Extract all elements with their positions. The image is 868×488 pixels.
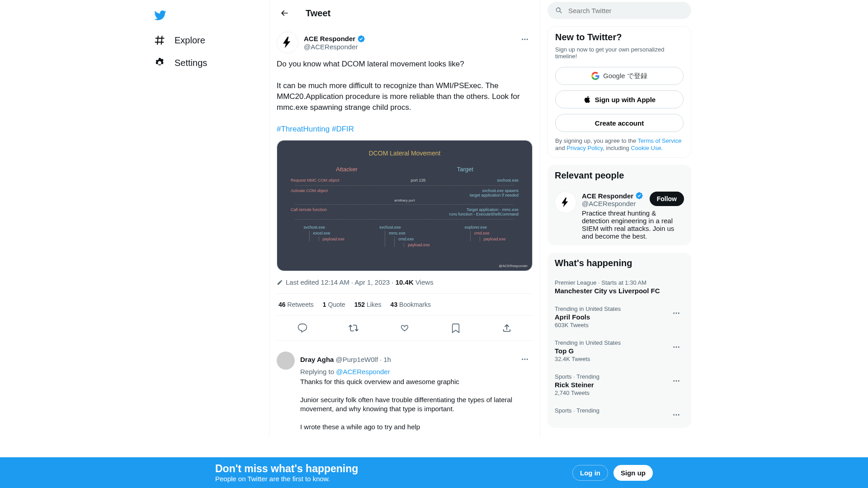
signup-sub: Sign up now to get your own personalized… xyxy=(555,46,684,60)
sidebar-left: Explore Settings xyxy=(145,0,269,437)
svg-point-9 xyxy=(673,347,675,348)
more-icon xyxy=(672,377,680,385)
replying-to-link[interactable]: @ACEResponder xyxy=(336,368,390,375)
more-icon xyxy=(672,343,680,351)
reply-icon xyxy=(297,323,307,333)
nav-settings-label: Settings xyxy=(175,58,207,68)
svg-point-12 xyxy=(673,380,675,382)
svg-point-6 xyxy=(673,313,675,314)
replying-to: Replying to @ACEResponder xyxy=(300,368,533,375)
trend-item[interactable]: Premier League · Starts at 1:30 AM Manch… xyxy=(547,274,691,300)
author-name: ACE Responder xyxy=(304,35,355,42)
bookmarks-stat[interactable]: 43 Bookmarks xyxy=(391,301,431,308)
google-icon xyxy=(591,72,599,80)
cookie-link[interactable]: Cookie Use. xyxy=(631,145,663,151)
retweet-button[interactable] xyxy=(345,319,362,337)
retweets-stat[interactable]: 46 Retweets xyxy=(278,301,314,308)
hashtag-link[interactable]: #ThreatHunting xyxy=(277,125,330,133)
reply-time: 1h xyxy=(383,356,391,363)
back-button[interactable] xyxy=(277,5,292,21)
svg-point-7 xyxy=(676,313,677,314)
search-input[interactable] xyxy=(568,7,684,14)
main-column: Tweet ACE Responder @ACEResponder xyxy=(269,0,540,437)
signup-card: New to Twitter? Sign up now to get your … xyxy=(547,26,691,158)
relevant-people-card: Relevant people ACE Responder @ACERespon… xyxy=(547,165,691,245)
google-signup-button[interactable]: Google で登録 xyxy=(555,67,684,85)
search-box[interactable] xyxy=(547,2,691,19)
more-icon xyxy=(672,411,680,419)
svg-point-15 xyxy=(673,414,675,416)
sidebar-right: New to Twitter? Sign up now to get your … xyxy=(540,0,698,437)
svg-point-14 xyxy=(678,380,679,382)
svg-point-4 xyxy=(524,359,526,360)
nav-explore[interactable]: Explore xyxy=(148,29,265,52)
bookmark-icon xyxy=(451,323,461,333)
main-tweet: ACE Responder @ACEResponder Do you know … xyxy=(269,26,540,346)
svg-point-16 xyxy=(676,414,677,416)
whats-happening-card: What's happening Premier League · Starts… xyxy=(547,253,691,428)
trend-more-button[interactable] xyxy=(669,407,684,422)
terms-link[interactable]: Terms of Service xyxy=(638,137,682,144)
trend-item[interactable]: Trending in United States April Fools 60… xyxy=(547,300,691,334)
tweet-metadata: Last edited 12:14 AM · Apr 1, 2023 · 10.… xyxy=(277,278,533,286)
hashtag-icon xyxy=(154,34,165,46)
more-icon xyxy=(672,309,680,317)
tweet-author[interactable]: ACE Responder @ACEResponder xyxy=(277,32,365,53)
reply-button[interactable] xyxy=(294,319,311,337)
more-icon xyxy=(521,355,529,363)
reply-tweet[interactable]: Dray Agha @Purp1eW0lf · 1h Replying to @… xyxy=(269,346,540,437)
page-title: Tweet xyxy=(306,8,330,19)
apple-signup-button[interactable]: Sign up with Apple xyxy=(555,90,684,108)
trend-more-button[interactable] xyxy=(669,373,684,389)
tweet-stats: 46 Retweets 1 Quote 152 Likes 43 Bookmar… xyxy=(277,293,533,316)
reply-more-button[interactable] xyxy=(517,352,533,367)
tweet-actions xyxy=(277,316,533,341)
search-icon xyxy=(555,6,563,14)
relevant-desc: Practice threat hunting & detection engi… xyxy=(582,209,684,240)
reply-avatar xyxy=(277,352,295,370)
verified-icon xyxy=(357,35,365,43)
author-handle: @ACEResponder xyxy=(304,43,365,51)
likes-stat[interactable]: 152 Likes xyxy=(354,301,382,308)
share-button[interactable] xyxy=(498,319,515,337)
svg-point-11 xyxy=(678,347,679,348)
tweet-more-button[interactable] xyxy=(517,32,533,47)
verified-icon xyxy=(635,192,643,200)
reply-author-handle: @Purp1eW0lf xyxy=(335,356,378,363)
more-icon xyxy=(521,35,529,43)
create-account-button[interactable]: Create account xyxy=(555,114,684,132)
trend-item[interactable]: Trending in United States Top G 32.4K Tw… xyxy=(547,334,691,368)
author-avatar xyxy=(277,32,298,53)
apple-icon xyxy=(583,95,591,103)
nav-settings[interactable]: Settings xyxy=(148,52,265,74)
trend-item[interactable]: Sports · Trending Rick Steiner 2,740 Twe… xyxy=(547,368,691,402)
trend-more-button[interactable] xyxy=(669,305,684,321)
bookmark-button[interactable] xyxy=(447,319,464,337)
svg-point-5 xyxy=(527,359,528,360)
tweet-image[interactable]: DCOM Lateral Movement Attacker Target Re… xyxy=(277,140,533,271)
arrow-left-icon xyxy=(280,9,289,18)
privacy-link[interactable]: Privacy Policy xyxy=(566,145,603,151)
svg-point-8 xyxy=(678,313,679,314)
relevant-title: Relevant people xyxy=(547,165,691,183)
image-title: DCOM Lateral Movement xyxy=(286,150,523,157)
happening-title: What's happening xyxy=(547,253,691,270)
tweet-text: Do you know what DCOM lateral movement l… xyxy=(277,59,533,135)
trend-more-button[interactable] xyxy=(669,339,684,355)
svg-point-0 xyxy=(522,39,523,40)
follow-button[interactable]: Follow xyxy=(650,192,684,206)
like-button[interactable] xyxy=(396,319,413,337)
trend-item[interactable]: Sports · Trending xyxy=(547,402,691,428)
twitter-logo[interactable] xyxy=(148,4,172,29)
page-header: Tweet xyxy=(269,0,540,26)
svg-point-10 xyxy=(676,347,677,348)
signup-title: New to Twitter? xyxy=(555,32,684,42)
svg-point-13 xyxy=(676,380,677,382)
quotes-stat[interactable]: 1 Quote xyxy=(323,301,345,308)
retweet-icon xyxy=(349,323,359,333)
svg-point-2 xyxy=(527,39,528,40)
relevant-person[interactable]: ACE Responder @ACEResponder Follow Pract… xyxy=(547,186,691,245)
reply-text: Thanks for this quick overview and aweso… xyxy=(300,377,533,432)
nav-explore-label: Explore xyxy=(175,35,205,46)
hashtag-link[interactable]: #DFIR xyxy=(332,125,354,133)
